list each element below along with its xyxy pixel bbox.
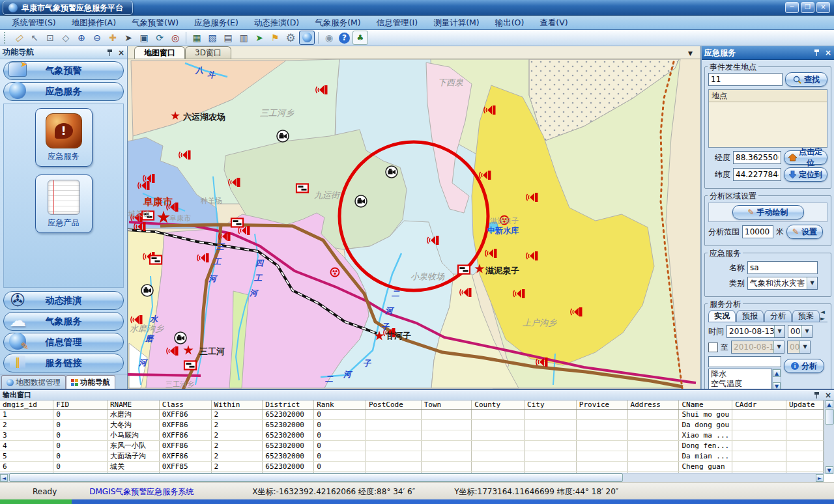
flag-marker[interactable] [231, 219, 243, 227]
table-row[interactable]: 40东风一小队0XFF8626523020000Dong fen... [0, 441, 824, 451]
factor-list-scrollbar[interactable]: ▲ ▼ [772, 369, 781, 391]
pin-icon[interactable] [813, 49, 821, 57]
column-header[interactable]: Class [159, 400, 211, 410]
restore-button[interactable]: ❐ [801, 2, 814, 13]
sidebar-group-服务链接[interactable]: ‖服务链接 [3, 354, 124, 372]
analysis-tab-实况[interactable]: 实况 [708, 310, 736, 322]
globe-tool-icon[interactable] [299, 31, 315, 45]
refresh-icon[interactable]: ⟳ [152, 31, 167, 44]
factor-list[interactable]: 降水空气温度 [708, 369, 772, 391]
menu-item[interactable]: 测量计算(M) [425, 16, 487, 29]
tab-功能导航[interactable]: 功能导航 [66, 375, 115, 389]
zoom-out-icon[interactable]: ⊖ [90, 31, 104, 44]
table-row[interactable]: 30小马厩沟0XFF8626523020000Xiao ma ... [0, 430, 824, 441]
column-header[interactable]: dmgis_id [0, 400, 53, 410]
print-preview-icon[interactable]: ▥ [237, 31, 251, 44]
column-header[interactable]: Rank [314, 400, 366, 410]
menu-item[interactable]: 输出(O) [487, 16, 532, 29]
analysis-tab-预报[interactable]: 预报 [736, 310, 764, 322]
menu-item[interactable]: 信息管理(I) [369, 16, 425, 29]
analysis-tab-分析[interactable]: 分析 [764, 310, 792, 322]
column-header[interactable]: Provice [576, 400, 627, 410]
table-row[interactable]: 50大面场子沟0XFF8626523020000Da mian ... [0, 451, 824, 462]
longitude-input[interactable] [733, 151, 781, 164]
tab-overflow-icon[interactable]: ▼ [688, 50, 693, 57]
pointer-icon[interactable]: ➤ [121, 31, 136, 44]
full-extent-icon[interactable]: ▣ [137, 31, 151, 44]
menu-item[interactable]: 动态推演(D) [246, 16, 307, 29]
scroll-up-icon[interactable]: ▲ [773, 369, 781, 377]
close-icon[interactable]: × [118, 49, 124, 57]
chevron-down-icon[interactable]: ▼ [774, 326, 784, 337]
green-pointer-icon[interactable]: ➤ [252, 31, 266, 44]
zoom-in-icon[interactable]: ⊕ [74, 31, 89, 44]
menu-item[interactable]: 气象预警(W) [124, 16, 186, 29]
tree-image-icon[interactable]: ♣ [352, 31, 368, 45]
scrollbar-thumb[interactable] [9, 473, 623, 482]
close-button[interactable]: × [816, 2, 830, 13]
sidebar-group-气象预警[interactable]: 气象预警 [3, 61, 124, 80]
camera-marker[interactable] [355, 195, 367, 207]
pin-icon[interactable] [106, 49, 114, 57]
location-search-input[interactable] [708, 73, 783, 86]
map-canvas[interactable]: 六运湖农场三工河乡下西泉九运街阜康市种羊场城关镇阜康市水磨沟乡三工河甘河子滋泥泉… [128, 59, 700, 389]
scrollbar-thumb[interactable] [825, 409, 834, 425]
column-header[interactable]: PostCode [366, 400, 421, 410]
close-icon[interactable]: × [825, 391, 831, 399]
sidebar-group-应急服务[interactable]: 应急服务 [3, 82, 124, 101]
eye-icon[interactable]: ◉ [322, 31, 336, 44]
map-tab-地图窗口[interactable]: 地图窗口 [134, 46, 185, 59]
click-locate-button[interactable]: 点击定位 [784, 150, 827, 165]
minimize-button[interactable]: ─ [785, 2, 799, 13]
set-range-button[interactable]: ✎ 设置 [786, 225, 823, 239]
factor-filter-combobox[interactable] [708, 356, 781, 367]
column-header[interactable]: CName [679, 400, 732, 410]
column-header[interactable]: County [472, 400, 525, 410]
shortcut-应急服务[interactable]: !应急服务 [35, 108, 93, 167]
factor-item[interactable]: 降水 [709, 369, 771, 379]
chevron-down-icon[interactable]: ▼ [773, 341, 784, 353]
service-type-dropdown[interactable]: 气象和洪水灾害 ▼ [747, 277, 818, 290]
manual-draw-button[interactable]: ✎ 手动绘制 [732, 205, 804, 219]
latitude-input[interactable] [733, 168, 781, 181]
close-icon[interactable]: × [825, 49, 831, 57]
flag-marker[interactable] [296, 184, 308, 193]
tab-scroll-arrows-icon[interactable]: ◄ ► [820, 309, 827, 322]
camera-marker[interactable] [277, 130, 289, 142]
flag-marker[interactable] [184, 361, 196, 370]
column-header[interactable]: Address [627, 400, 679, 410]
date-dropdown[interactable]: 2010-08-13▼ [726, 325, 785, 338]
select-cursor-icon[interactable]: ↖ [27, 31, 42, 44]
pin-icon[interactable] [813, 391, 821, 399]
table-row[interactable]: 20大冬沟0XFF8626523020000Da dong gou [0, 420, 824, 430]
place-pin-icon[interactable]: ⚑ [268, 31, 282, 44]
export-image-icon[interactable]: ▧ [205, 31, 220, 44]
column-header[interactable]: FID [53, 400, 108, 410]
shortcut-应急产品[interactable]: 应急产品 [35, 175, 93, 233]
measure-ruler-icon[interactable]: ▭ [9, 28, 29, 47]
menu-item[interactable]: 地图操作(A) [64, 16, 124, 29]
factor-item[interactable]: 空气温度 [709, 379, 771, 389]
menu-item[interactable]: 查看(V) [532, 16, 575, 29]
tab-地图数据管理[interactable]: 地图数据管理 [1, 375, 66, 389]
select-poly-icon[interactable]: ◇ [59, 31, 73, 44]
column-header[interactable]: District [263, 400, 314, 410]
goto-location-button[interactable]: 定位到 [784, 167, 827, 182]
service-name-input[interactable] [747, 261, 818, 274]
sidebar-group-动态推演[interactable]: ✇动态推演 [3, 291, 124, 310]
os-taskbar[interactable] [0, 499, 834, 504]
column-header[interactable]: RNAME [107, 400, 159, 410]
column-header[interactable]: Within [211, 400, 263, 410]
range-input[interactable] [742, 225, 773, 238]
search-button[interactable]: 查找 [785, 72, 827, 87]
camera-marker[interactable] [386, 166, 397, 178]
end-date-dropdown[interactable]: 2010-08-13▼ [731, 341, 784, 354]
settings-gear-icon[interactable]: ⚙ [283, 31, 298, 44]
menu-item[interactable]: 应急服务(E) [186, 16, 246, 29]
map-tab-3D窗口[interactable]: 3D窗口 [185, 46, 231, 59]
menu-item[interactable]: 系统管理(S) [4, 16, 64, 29]
select-rect-icon[interactable]: ⊡ [43, 31, 57, 44]
analyze-button[interactable]: i 分析 [784, 359, 824, 373]
layers-icon[interactable]: ▦ [190, 31, 204, 44]
toolbar-grip[interactable] [4, 32, 8, 44]
